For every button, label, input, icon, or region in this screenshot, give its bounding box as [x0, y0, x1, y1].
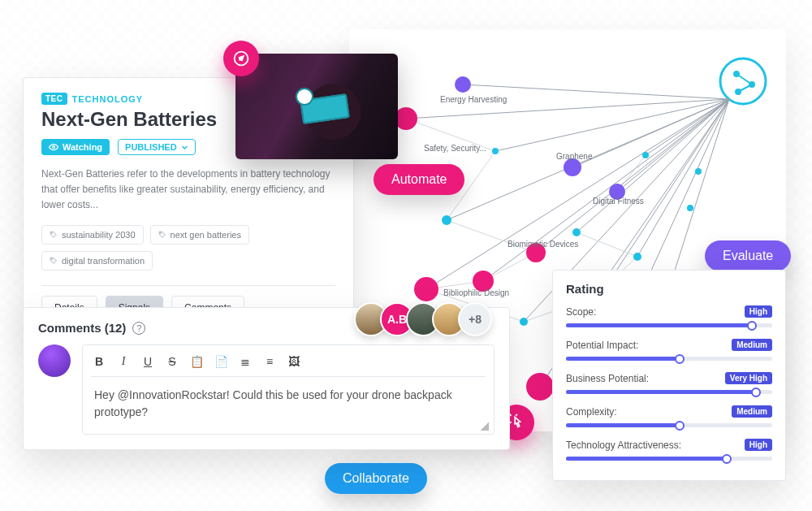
svg-point-44 [572, 228, 581, 236]
svg-point-48 [633, 253, 641, 261]
avatar-overflow[interactable]: +8 [458, 302, 492, 336]
svg-point-36 [395, 107, 417, 130]
rating-label: Complexity: [566, 406, 617, 418]
tag-icon [50, 231, 58, 239]
article-image [235, 54, 398, 159]
rating-row: Technology Attractiveness:High [566, 439, 772, 461]
rating-slider[interactable] [566, 357, 772, 361]
help-icon[interactable]: ? [132, 322, 145, 335]
rating-label: Technology Attractiveness: [566, 440, 681, 451]
watching-badge[interactable]: Watching [41, 139, 110, 155]
svg-point-56 [51, 232, 52, 233]
comments-heading: Comments (12) [38, 321, 126, 335]
svg-line-12 [536, 99, 729, 253]
category-chip: TEC [41, 93, 67, 105]
svg-point-38 [564, 158, 581, 176]
chevron-down-icon [181, 144, 188, 151]
collaborator-avatars: A.B +8 [354, 302, 492, 336]
rating-badge: Medium [732, 405, 772, 418]
paper-plane-icon [233, 50, 249, 67]
svg-point-58 [51, 258, 52, 259]
svg-line-30 [577, 232, 637, 257]
status-dropdown[interactable]: PUBLISHED [118, 139, 196, 155]
svg-point-43 [520, 318, 528, 326]
bold-button[interactable]: B [93, 355, 106, 368]
svg-point-35 [455, 76, 471, 93]
node-label: Digital Fitness [593, 197, 644, 206]
rating-slider[interactable] [566, 323, 772, 327]
tag-list: sustainability 2030 next gen batteries d… [41, 225, 335, 271]
send-badge-icon [223, 41, 259, 76]
image-button[interactable]: 🖼 [287, 355, 300, 368]
svg-point-54 [695, 168, 702, 175]
tag-chip[interactable]: sustainability 2030 [41, 225, 144, 245]
rating-label: Potential Impact: [566, 340, 638, 351]
rating-row: Potential Impact:Medium [566, 339, 772, 361]
node-label: Energy Harvesting [440, 95, 507, 104]
rating-row: Business Potential:Very High [566, 372, 772, 394]
svg-point-49 [526, 373, 554, 401]
svg-point-0 [720, 58, 766, 104]
node-label: Bibliophilic Design [443, 288, 509, 297]
resize-handle-icon[interactable] [481, 422, 489, 431]
rating-slider[interactable] [566, 423, 772, 427]
tag-icon [50, 257, 58, 265]
automate-pill: Automate [374, 164, 464, 195]
current-user-avatar [38, 344, 71, 377]
rating-row: Complexity:Medium [566, 405, 772, 427]
rating-badge: High [745, 439, 772, 451]
category-label: TECHNOLOGY [72, 94, 144, 104]
svg-line-18 [637, 99, 729, 257]
svg-line-17 [617, 99, 729, 192]
evaluate-pill: Evaluate [705, 240, 791, 271]
numbered-list-button[interactable]: ≡ [263, 355, 276, 368]
svg-line-15 [577, 99, 729, 232]
rating-badge: Very High [725, 372, 772, 384]
underline-button[interactable]: U [141, 355, 154, 368]
pointer-icon [508, 414, 525, 431]
editor-toolbar: B I U S 📋 📄 ≣ ≡ 🖼 [91, 352, 486, 377]
rating-badge: High [745, 305, 772, 318]
rating-slider[interactable] [566, 457, 772, 461]
rating-row: Scope:High [566, 305, 772, 327]
paste-button[interactable]: 📄 [214, 355, 227, 368]
node-label: Safety, Security... [424, 144, 486, 153]
rating-slider[interactable] [566, 390, 772, 394]
eye-icon [49, 142, 58, 152]
rating-panel: Rating Scope:HighPotential Impact:Medium… [552, 270, 786, 481]
collaborate-pill: Collaborate [325, 463, 427, 494]
svg-point-37 [492, 148, 499, 154]
comment-editor[interactable]: B I U S 📋 📄 ≣ ≡ 🖼 Hey @InnovationRocksta… [82, 344, 495, 435]
graph-hub-icon [720, 58, 766, 104]
bullet-list-button[interactable]: ≣ [239, 355, 252, 368]
tag-chip[interactable]: digital transformation [41, 251, 153, 271]
rating-badge: Medium [732, 339, 772, 351]
tag-chip[interactable]: next gen batteries [150, 225, 249, 245]
comment-textarea[interactable]: Hey @InnovationRockstar! Could this be u… [91, 377, 486, 424]
italic-button[interactable]: I [117, 355, 130, 368]
rating-label: Business Potential: [566, 373, 649, 384]
svg-point-41 [414, 277, 438, 301]
copy-button[interactable]: 📋 [190, 355, 203, 368]
rating-heading: Rating [566, 282, 772, 296]
tag-icon [158, 231, 166, 239]
svg-line-10 [426, 99, 729, 289]
svg-point-47 [642, 152, 649, 158]
article-description: Next-Gen Batteries refer to the developm… [41, 167, 335, 214]
node-label: Graphene [556, 152, 593, 161]
svg-point-55 [53, 146, 55, 149]
svg-point-39 [442, 215, 451, 225]
node-label: Biomimetic Devices [508, 240, 578, 249]
svg-point-53 [687, 205, 693, 211]
strike-button[interactable]: S [166, 355, 179, 368]
svg-point-57 [160, 232, 161, 233]
rating-label: Scope: [566, 306, 596, 318]
